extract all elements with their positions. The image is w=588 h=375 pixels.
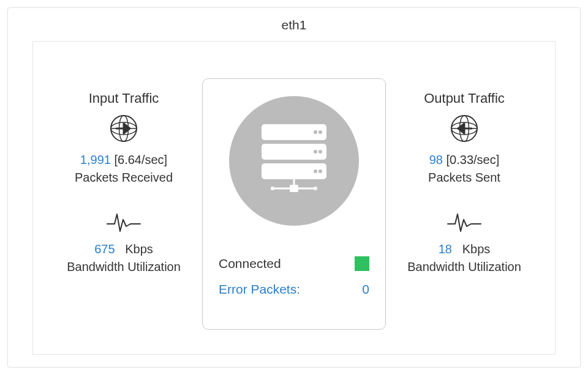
status-card: Connected Error Packets: 0	[202, 78, 386, 330]
metrics-container: Input Traffic 1,991 [6.64/sec] Packets R…	[32, 41, 556, 355]
globe-arrow-right-icon	[109, 114, 138, 143]
center-column: Connected Error Packets: 0	[202, 78, 386, 330]
output-traffic-column: Output Traffic 98 [0.33/sec] Packets Sen…	[386, 78, 543, 330]
error-packets-row: Error Packets: 0	[215, 282, 373, 297]
output-traffic-title: Output Traffic	[424, 91, 505, 106]
pulse-icon	[447, 210, 482, 234]
output-packets-label: Packets Sent	[428, 171, 500, 185]
output-packets-rate: [0.33/sec]	[447, 153, 500, 166]
output-bandwidth-label: Bandwidth Utilization	[407, 260, 521, 274]
output-bandwidth-value: 18	[439, 242, 452, 256]
input-traffic-title: Input Traffic	[89, 91, 159, 106]
error-packets-value: 0	[362, 282, 369, 297]
input-packets-value: 1,991	[80, 153, 111, 166]
input-bandwidth-unit: Kbps	[125, 242, 153, 256]
output-bandwidth-stat: 18 Kbps	[439, 242, 491, 256]
svg-point-11	[318, 169, 322, 173]
input-bandwidth-stat: 675 Kbps	[94, 242, 153, 256]
server-icon	[229, 96, 359, 226]
input-packets-rate: [6.64/sec]	[114, 153, 167, 166]
output-bandwidth-unit: Kbps	[462, 242, 491, 256]
input-bandwidth-value: 675	[94, 242, 115, 256]
svg-point-10	[314, 169, 317, 173]
input-packets-stat: 1,991 [6.64/sec]	[80, 153, 167, 167]
svg-point-15	[271, 187, 274, 190]
output-packets-stat: 98 [0.33/sec]	[429, 153, 500, 167]
svg-rect-14	[290, 185, 298, 192]
svg-point-8	[318, 150, 322, 154]
svg-point-5	[318, 130, 322, 134]
output-packets-value: 98	[429, 153, 443, 166]
svg-point-4	[314, 130, 317, 134]
status-indicator-icon	[355, 256, 369, 271]
input-traffic-column: Input Traffic 1,991 [6.64/sec] Packets R…	[45, 78, 202, 330]
input-packets-label: Packets Received	[75, 171, 173, 185]
svg-point-7	[314, 150, 317, 154]
interface-panel: eth1 Input Traffic 1,991 [6.64/sec] Pack…	[7, 7, 581, 368]
connection-status-row: Connected	[215, 256, 373, 271]
error-packets-label: Error Packets:	[219, 282, 300, 297]
connection-status-label: Connected	[219, 256, 281, 271]
globe-arrow-left-icon	[450, 114, 479, 143]
interface-title: eth1	[8, 8, 580, 41]
svg-point-16	[314, 187, 317, 190]
pulse-icon	[106, 210, 141, 234]
input-bandwidth-label: Bandwidth Utilization	[67, 260, 181, 274]
